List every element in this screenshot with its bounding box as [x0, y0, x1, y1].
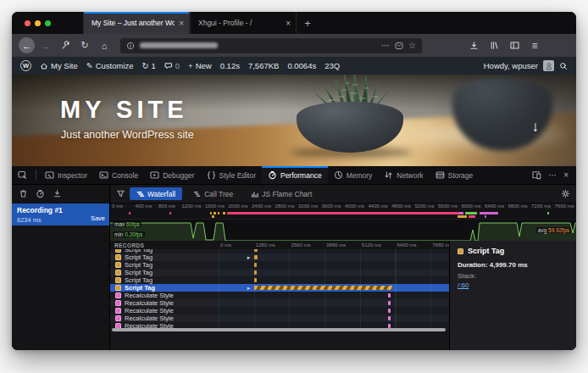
menu-icon[interactable]: ≡ — [526, 37, 543, 54]
tab-debugger[interactable]: Debugger — [144, 166, 200, 184]
record-row[interactable]: Script Tag▸ — [110, 284, 449, 292]
pocket-icon[interactable] — [395, 42, 403, 50]
close-icon[interactable]: × — [175, 19, 184, 28]
waterfall-bar[interactable] — [388, 293, 391, 298]
site-title[interactable]: MY SITE — [60, 96, 188, 124]
waterfall-bar[interactable] — [388, 309, 391, 313]
waterfall-bar[interactable] — [254, 263, 257, 267]
url-bar[interactable]: ⋯ ☆ — [120, 38, 422, 53]
admin-bar-site-name[interactable]: My Site — [40, 61, 78, 70]
record-label: Recalculate Style — [125, 307, 174, 315]
browser-tab-xhgui[interactable]: Xhgui - Profile - / × — [190, 12, 297, 34]
recording-item[interactable]: Recording #1 8234 ms Save — [12, 203, 109, 225]
recordings-toolbar — [12, 185, 109, 203]
close-window-button[interactable] — [25, 20, 31, 26]
import-recording-icon[interactable] — [53, 189, 62, 198]
tab-console[interactable]: Console — [93, 166, 144, 184]
avatar[interactable] — [543, 60, 554, 71]
overview-marker — [465, 212, 477, 214]
view-tab-js-flame-chart[interactable]: JS Flame Chart — [244, 187, 319, 200]
tab-inspector[interactable]: Inspector — [39, 166, 93, 184]
framerate-graph[interactable]: max 60fps min 0.20fps avg 59.92fps — [110, 219, 576, 241]
site-info-icon[interactable] — [126, 42, 135, 50]
forward-button[interactable]: → — [37, 37, 54, 54]
record-label: Recalculate Style — [125, 315, 174, 322]
record-row[interactable]: Script Tag — [110, 269, 449, 276]
expand-icon[interactable]: ▸ — [247, 253, 251, 261]
tab-memory[interactable]: Memory — [328, 166, 379, 184]
record-row[interactable]: Script Tag — [110, 276, 449, 284]
waterfall-bar[interactable] — [254, 278, 257, 282]
responsive-design-icon[interactable] — [532, 170, 541, 180]
back-button[interactable]: ← — [19, 37, 35, 53]
browser-window: My Site – Just another WordPress s × Xhg… — [12, 12, 576, 350]
record-row[interactable]: Script Tag▸ — [110, 253, 449, 261]
admin-bar-customize[interactable]: ✎ Customize — [86, 61, 134, 70]
horizontal-scrollbar[interactable] — [112, 328, 446, 331]
pick-element-icon[interactable] — [12, 166, 33, 184]
overview-markers-track[interactable] — [110, 210, 576, 219]
overview-ruler-tick: 4000 ms — [345, 203, 364, 209]
record-row[interactable]: Script Tag — [110, 261, 449, 269]
record-row[interactable]: Recalculate Style — [110, 292, 449, 299]
qm-memory[interactable]: 7,567KB — [248, 61, 279, 70]
admin-bar-new[interactable]: + New — [188, 61, 212, 70]
record-row[interactable]: Recalculate Style — [110, 307, 449, 315]
search-icon[interactable] — [559, 62, 568, 70]
record-row[interactable]: Recalculate Style — [110, 315, 449, 322]
overview-ruler-tick: 6000 ms — [462, 203, 481, 209]
zoom-window-button[interactable] — [45, 20, 51, 26]
library-icon[interactable] — [485, 37, 502, 54]
sidebars-icon[interactable] — [506, 37, 523, 54]
admin-bar-howdy[interactable]: Howdy, wpuser — [484, 61, 538, 70]
devtools-meatball-icon[interactable]: ⋯ — [548, 170, 557, 180]
browser-tab-my-site[interactable]: My Site – Just another WordPress s × — [83, 12, 190, 34]
waterfall-bar[interactable] — [254, 286, 392, 290]
new-tab-button[interactable]: + — [297, 12, 319, 34]
overview-ruler-tick: 5200 ms — [415, 203, 435, 209]
recording-name: Recording #1 — [17, 206, 104, 214]
overview-marker — [480, 212, 498, 214]
page-actions-icon[interactable]: ⋯ — [381, 41, 390, 50]
wrench-icon[interactable] — [57, 37, 74, 54]
reload-button[interactable]: ↻ — [76, 37, 93, 54]
redacted-url — [140, 42, 218, 48]
script-marker-icon — [458, 248, 463, 254]
save-recording-link[interactable]: Save — [91, 214, 105, 222]
tab-network[interactable]: Network — [378, 166, 429, 184]
waterfall-bar[interactable] — [254, 270, 257, 275]
start-recording-icon[interactable] — [36, 189, 45, 198]
tab-performance[interactable]: Performance — [262, 166, 328, 184]
bookmark-star-icon[interactable]: ☆ — [408, 41, 416, 50]
expand-icon[interactable]: ▸ — [247, 284, 251, 292]
gear-icon[interactable] — [561, 189, 570, 198]
tab-storage[interactable]: Storage — [430, 166, 480, 184]
tab-style-editor[interactable]: Style Editor — [201, 166, 262, 184]
record-label: Script Tag — [125, 276, 153, 284]
home-button[interactable]: ⌂ — [96, 37, 113, 54]
admin-bar-updates[interactable]: ↻ 1 — [142, 61, 156, 70]
wordpress-logo-icon[interactable]: W — [20, 60, 31, 71]
clear-recordings-icon[interactable] — [19, 189, 28, 198]
admin-bar-comments[interactable]: 0 — [164, 61, 180, 70]
record-label: Script Tag — [125, 261, 153, 269]
view-tab-call-tree[interactable]: Call Tree — [186, 187, 240, 200]
devtools-close-icon[interactable]: × — [563, 170, 569, 180]
overview-marker — [129, 212, 130, 214]
script-marker-icon — [115, 277, 121, 283]
downloads-icon[interactable] — [465, 37, 482, 54]
stack-frame-link[interactable]: /:60 — [458, 281, 569, 289]
qm-query-count[interactable]: 23Q — [325, 61, 340, 70]
waterfall-bar[interactable] — [254, 255, 258, 259]
minimize-window-button[interactable] — [35, 20, 41, 26]
waterfall-bar[interactable] — [388, 316, 391, 320]
record-row[interactable]: Recalculate Style — [110, 299, 449, 307]
qm-query-time[interactable]: 0.0064s — [287, 61, 316, 70]
view-tab-waterfall[interactable]: Waterfall — [130, 187, 182, 200]
filter-funnel-icon[interactable] — [116, 189, 125, 198]
waterfall-bar[interactable] — [388, 301, 391, 305]
overview-ruler-tick: 1600 ms — [205, 203, 225, 209]
qm-page-time[interactable]: 0.12s — [220, 61, 240, 70]
scroll-down-arrow-icon[interactable]: ↓ — [532, 119, 540, 136]
close-icon[interactable]: × — [281, 19, 291, 28]
